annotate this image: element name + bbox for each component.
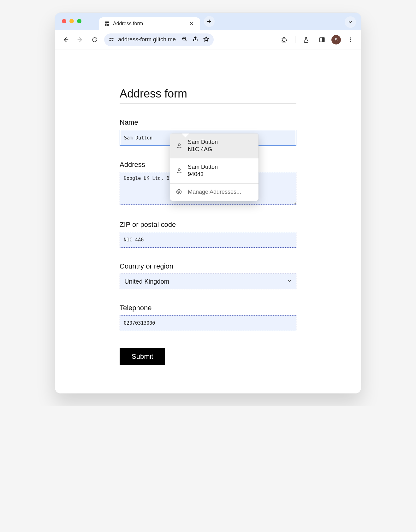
postal-input[interactable]	[120, 232, 296, 248]
country-label: Country or region	[120, 262, 296, 270]
browser-tab[interactable]: Address form	[99, 17, 200, 30]
bookmark-star-icon[interactable]	[203, 36, 209, 44]
submit-button[interactable]: Submit	[120, 348, 165, 365]
autofill-popup: Sam Dutton N1C 4AG Sam Dutton 94043	[170, 133, 259, 201]
svg-rect-6	[322, 38, 324, 42]
avatar-letter: S	[335, 37, 337, 42]
svg-rect-2	[109, 40, 111, 41]
minimize-window-button[interactable]	[69, 19, 74, 23]
new-tab-button[interactable]	[204, 16, 215, 27]
country-select[interactable]: United Kingdom	[120, 274, 296, 289]
chrome-icon	[176, 189, 183, 196]
reload-button[interactable]	[88, 33, 101, 46]
person-icon	[176, 142, 183, 149]
autofill-detail: 94043	[188, 171, 218, 178]
svg-rect-1	[111, 38, 114, 39]
svg-point-3	[112, 40, 113, 41]
page-divider	[55, 66, 361, 66]
page-content: Address form Name Sam Dutton N1C 4AG	[55, 66, 361, 393]
tab-overflow-button[interactable]	[345, 16, 356, 28]
autofill-name: Sam Dutton	[188, 139, 218, 146]
svg-point-0	[110, 38, 111, 39]
toolbar: address-form.glitch.me	[55, 30, 361, 50]
address-bar[interactable]: address-form.glitch.me	[104, 33, 214, 46]
toolbar-separator	[295, 36, 295, 43]
labs-button[interactable]	[300, 33, 312, 46]
profile-avatar[interactable]: S	[331, 35, 341, 44]
forward-button[interactable]	[74, 33, 86, 46]
postal-label: ZIP or postal code	[120, 221, 296, 229]
autofill-suggestion[interactable]: Sam Dutton N1C 4AG	[170, 133, 259, 158]
telephone-label: Telephone	[120, 304, 296, 312]
fullscreen-window-button[interactable]	[77, 19, 81, 23]
close-window-button[interactable]	[62, 19, 66, 23]
autofill-name: Sam Dutton	[188, 163, 218, 171]
name-label: Name	[120, 118, 296, 127]
svg-point-8	[350, 39, 351, 40]
extensions-button[interactable]	[278, 33, 291, 46]
tab-favicon-icon	[104, 21, 110, 27]
back-button[interactable]	[59, 33, 72, 46]
tab-close-button[interactable]	[187, 20, 196, 28]
svg-point-10	[178, 144, 181, 146]
url-text: address-form.glitch.me	[118, 36, 176, 43]
manage-addresses-label: Manage Addresses...	[188, 189, 241, 195]
browser-window: Address form address-form.glitch.me	[55, 13, 361, 393]
site-info-icon[interactable]	[108, 36, 115, 43]
svg-point-9	[350, 41, 351, 42]
side-panel-button[interactable]	[316, 33, 328, 46]
page-title: Address form	[120, 87, 296, 104]
person-icon	[176, 167, 183, 174]
titlebar: Address form	[55, 13, 361, 30]
manage-addresses-button[interactable]: Manage Addresses...	[170, 184, 259, 201]
window-controls	[62, 19, 81, 23]
autofill-suggestion[interactable]: Sam Dutton 94043	[170, 158, 259, 183]
autofill-detail: N1C 4AG	[188, 146, 218, 153]
kebab-menu-button[interactable]	[344, 33, 357, 46]
svg-point-7	[350, 37, 351, 38]
tab-title: Address form	[113, 21, 184, 27]
zoom-icon[interactable]	[181, 36, 188, 44]
telephone-input[interactable]	[120, 315, 296, 331]
svg-point-11	[178, 169, 181, 171]
share-icon[interactable]	[192, 36, 199, 44]
